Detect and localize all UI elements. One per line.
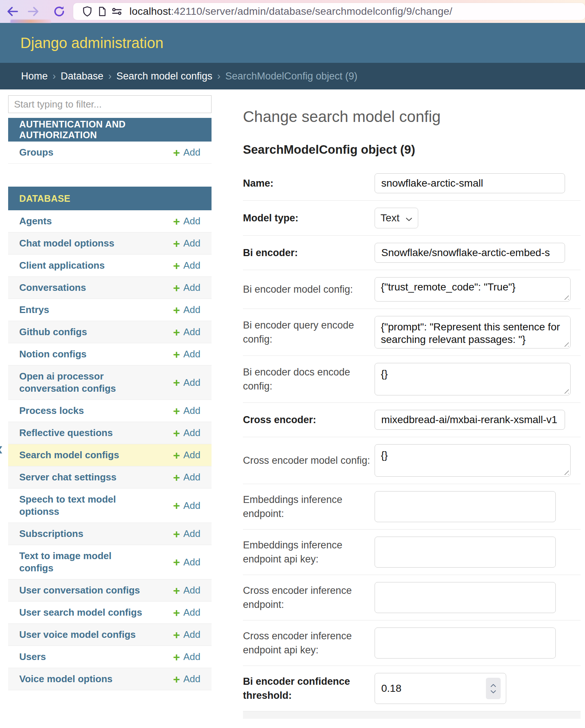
- cross-encoder-model-config-label: Cross encoder model config:: [243, 453, 375, 467]
- model-link-search-model-configs[interactable]: Search model configs: [19, 449, 119, 461]
- breadcrumb-separator: ›: [217, 71, 220, 82]
- sidebar-item-user-voice-model-configs: User voice model configs+Add: [8, 624, 212, 646]
- plus-icon: +: [173, 652, 180, 662]
- add-button-entrys[interactable]: +Add: [173, 304, 200, 316]
- plus-icon: +: [173, 217, 180, 226]
- page-icon[interactable]: [95, 4, 109, 19]
- add-button-search-model-configs[interactable]: +Add: [173, 449, 200, 461]
- site-title-link[interactable]: Django administration: [20, 35, 163, 51]
- sidebar-item-reflective-questions: Reflective questions+Add: [8, 422, 212, 444]
- add-label: Add: [183, 449, 200, 461]
- plus-icon: +: [173, 327, 180, 337]
- plus-icon: +: [173, 450, 180, 460]
- add-button-client-applications[interactable]: +Add: [173, 260, 200, 271]
- add-button-users[interactable]: +Add: [173, 651, 200, 663]
- cross-encoder-inference-endpoint-input[interactable]: [375, 582, 556, 613]
- name-input[interactable]: [375, 173, 565, 193]
- model-type-label: Model type:: [243, 211, 375, 225]
- add-button-process-locks[interactable]: +Add: [173, 405, 200, 416]
- model-type-selected-option: Text: [381, 212, 399, 224]
- section-gap: [8, 164, 212, 187]
- add-button-notion-configs[interactable]: +Add: [173, 348, 200, 360]
- url-bar[interactable]: localhost:42110/server/admin/database/se…: [73, 3, 585, 20]
- shield-icon[interactable]: [80, 4, 95, 19]
- bi-encoder-input[interactable]: [375, 243, 565, 263]
- model-link-voice-model-options[interactable]: Voice model options: [19, 673, 112, 685]
- plus-icon: +: [173, 501, 180, 510]
- add-button-user-voice-model-configs[interactable]: +Add: [173, 629, 200, 640]
- plus-icon: +: [173, 608, 180, 618]
- model-link-text-to-image-model-configs[interactable]: Text to image model configs: [19, 550, 145, 574]
- cross-encoder-model-config-textarea[interactable]: [375, 444, 571, 477]
- add-button-server-chat-settingss[interactable]: +Add: [173, 472, 200, 483]
- add-button-voice-model-options[interactable]: +Add: [173, 673, 200, 685]
- refresh-button[interactable]: [51, 3, 67, 20]
- add-button-github-configs[interactable]: +Add: [173, 326, 200, 338]
- sidebar-filter-input[interactable]: [8, 95, 212, 113]
- add-label: Add: [183, 405, 200, 416]
- add-button-speech-to-text-model-optionss[interactable]: +Add: [173, 500, 200, 511]
- refresh-icon: [53, 5, 66, 18]
- model-type-select[interactable]: Text: [375, 208, 418, 228]
- model-link-speech-to-text-model-optionss[interactable]: Speech to text model optionss: [19, 493, 145, 518]
- model-link-user-voice-model-configs[interactable]: User voice model configs: [19, 629, 136, 641]
- model-link-user-search-model-configs[interactable]: User search model configs: [19, 606, 142, 619]
- add-button-agents[interactable]: +Add: [173, 215, 200, 227]
- object-title: SearchModelConfig object (9): [243, 143, 581, 157]
- forward-button[interactable]: [25, 3, 41, 20]
- model-link-groups[interactable]: Groups: [19, 146, 53, 159]
- site-header: Django administration: [0, 23, 585, 63]
- model-link-notion-configs[interactable]: Notion configs: [19, 348, 87, 360]
- model-link-conversations[interactable]: Conversations: [19, 282, 86, 294]
- add-label: Add: [183, 651, 200, 663]
- permissions-sliders-icon[interactable]: [109, 4, 124, 19]
- model-link-server-chat-settingss[interactable]: Server chat settingss: [19, 471, 116, 483]
- embeddings-inference-endpoint-api-key-input[interactable]: [375, 537, 556, 568]
- sidebar-toggle-icon[interactable]: «: [0, 439, 3, 457]
- sidebar-item-open-ai-processor-conversation-configs: Open ai processor conversation configs+A…: [8, 365, 212, 400]
- cross-encoder-input[interactable]: [375, 410, 565, 430]
- add-button-user-search-model-configs[interactable]: +Add: [173, 607, 200, 618]
- sidebar-item-users: Users+Add: [8, 646, 212, 668]
- add-button-reflective-questions[interactable]: +Add: [173, 427, 200, 439]
- model-link-entrys[interactable]: Entrys: [19, 304, 49, 316]
- model-link-github-configs[interactable]: Github configs: [19, 326, 87, 338]
- bi-encoder-model-config-textarea-wrap: [375, 277, 571, 302]
- add-label: Add: [183, 238, 200, 249]
- breadcrumb-link-database[interactable]: Database: [61, 71, 104, 82]
- field-row-cross-encoder: Cross encoder:: [243, 403, 581, 437]
- model-link-process-locks[interactable]: Process locks: [19, 405, 84, 417]
- number-stepper[interactable]: [486, 678, 501, 699]
- add-button-conversations[interactable]: +Add: [173, 282, 200, 293]
- back-arrow-icon: [6, 5, 19, 18]
- bi-encoder-docs-encode-config-label: Bi encoder docs encode config:: [243, 365, 375, 393]
- add-button-open-ai-processor-conversation-configs[interactable]: +Add: [173, 377, 200, 388]
- bi-encoder-docs-encode-config-textarea[interactable]: [375, 363, 571, 395]
- model-link-client-applications[interactable]: Client applications: [19, 259, 105, 272]
- add-button-subscriptions[interactable]: +Add: [173, 528, 200, 540]
- model-link-subscriptions[interactable]: Subscriptions: [19, 528, 83, 540]
- add-label: Add: [183, 348, 200, 360]
- add-button-text-to-image-model-configs[interactable]: +Add: [173, 557, 200, 568]
- embeddings-inference-endpoint-input[interactable]: [375, 491, 556, 522]
- cross-encoder-inference-endpoint-api-key-input[interactable]: [375, 627, 556, 659]
- bi-encoder-confidence-threshold-number-input[interactable]: 0.18: [375, 673, 506, 704]
- add-button-user-conversation-configs[interactable]: +Add: [173, 585, 200, 596]
- model-link-users[interactable]: Users: [19, 651, 46, 663]
- browser-window: localhost:42110/server/admin/database/se…: [0, 0, 585, 728]
- back-button[interactable]: [4, 3, 21, 20]
- model-link-reflective-questions[interactable]: Reflective questions: [19, 427, 113, 439]
- model-link-user-conversation-configs[interactable]: User conversation configs: [19, 584, 140, 596]
- sidebar-item-conversations: Conversations+Add: [8, 277, 212, 299]
- breadcrumb-link-home[interactable]: Home: [21, 71, 48, 82]
- model-link-chat-model-optionss[interactable]: Chat model optionss: [19, 237, 114, 249]
- bi-encoder-model-config-textarea[interactable]: [375, 277, 571, 302]
- breadcrumb: Home›Database›Search model configs›Searc…: [0, 63, 585, 89]
- sidebar-item-github-configs: Github configs+Add: [8, 321, 212, 343]
- model-link-agents[interactable]: Agents: [19, 215, 52, 227]
- model-link-open-ai-processor-conversation-configs[interactable]: Open ai processor conversation configs: [19, 370, 145, 395]
- bi-encoder-query-encode-config-textarea[interactable]: [375, 316, 571, 348]
- breadcrumb-link-search-model-configs[interactable]: Search model configs: [116, 71, 213, 82]
- add-button-groups[interactable]: +Add: [173, 147, 200, 158]
- add-button-chat-model-optionss[interactable]: +Add: [173, 238, 200, 249]
